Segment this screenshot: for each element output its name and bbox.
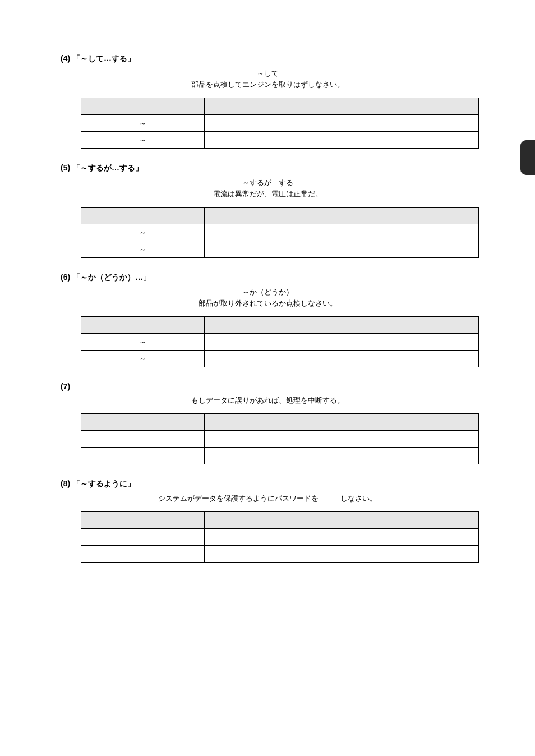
table-cell: ～ <box>81 132 205 149</box>
table-header-cell <box>81 512 205 529</box>
table-cell <box>81 546 205 563</box>
table-header-row <box>81 98 479 115</box>
table-row: ～ <box>81 241 479 258</box>
table-row: ～ <box>81 132 479 149</box>
table-cell <box>205 529 479 546</box>
table-header-cell <box>205 208 479 224</box>
section-7: (7) もしデータに誤りがあれば、処理を中断する。 <box>50 382 485 464</box>
section-heading: 「～して…する」 <box>72 54 135 63</box>
table-row <box>81 529 479 546</box>
table-cell <box>205 132 479 149</box>
table-row: ～ <box>81 115 479 132</box>
table-header-row <box>81 208 479 224</box>
section-8: (8) 「～するように」 システムがデータを保護するようにパスワードを しなさい… <box>50 479 485 563</box>
side-tab <box>520 140 535 175</box>
table-row <box>81 431 479 448</box>
section-title: (6) 「～か（どうか）…」 <box>61 273 485 283</box>
keyword-line: ～か（どうか） <box>50 287 485 297</box>
table-cell: ～ <box>81 334 205 351</box>
table-row <box>81 448 479 464</box>
example-sentence: システムがデータを保護するようにパスワードを しなさい。 <box>50 494 485 504</box>
example-sentence: もしデータに誤りがあれば、処理を中断する。 <box>50 395 485 405</box>
table-row: ～ <box>81 334 479 351</box>
table-cell <box>205 431 479 448</box>
section-title: (4) 「～して…する」 <box>61 54 485 64</box>
grammar-table: ～ ～ <box>81 98 479 149</box>
section-num: (6) <box>61 273 70 282</box>
table-cell <box>81 448 205 464</box>
table-header-cell <box>81 414 205 431</box>
table-cell <box>205 241 479 258</box>
table-header-row <box>81 414 479 431</box>
keyword-line: ～するが する <box>50 178 485 188</box>
section-6: (6) 「～か（どうか）…」 ～か（どうか） 部品が取り外されているか点検しなさ… <box>50 273 485 367</box>
section-num: (8) <box>61 479 70 488</box>
table-header-cell <box>81 317 205 334</box>
section-title: (8) 「～するように」 <box>61 479 485 489</box>
table-row: ～ <box>81 224 479 241</box>
table-cell <box>205 334 479 351</box>
keyword-line: ～して <box>50 68 485 79</box>
table-header-cell <box>205 98 479 115</box>
grammar-table <box>81 511 479 563</box>
table-cell: ～ <box>81 224 205 241</box>
section-num: (5) <box>61 163 70 172</box>
table-header-cell <box>205 317 479 334</box>
table-header-row <box>81 512 479 529</box>
example-sentence: 部品が取り外されているか点検しなさい。 <box>50 298 485 308</box>
example-sentence: 電流は異常だが、電圧は正常だ。 <box>50 189 485 199</box>
section-title: (5) 「～するが…する」 <box>61 163 485 173</box>
table-cell <box>81 431 205 448</box>
grammar-table: ～ ～ <box>81 207 479 258</box>
table-row: ～ <box>81 351 479 367</box>
table-cell <box>205 448 479 464</box>
section-title: (7) <box>61 382 485 391</box>
section-heading: 「～するように」 <box>72 479 135 488</box>
table-header-cell <box>205 414 479 431</box>
section-heading: 「～するが…する」 <box>72 163 143 172</box>
section-num: (7) <box>61 382 70 391</box>
page-content: (4) 「～して…する」 ～して 部品を点検してエンジンを取りはずしなさい。 ～… <box>0 0 535 600</box>
table-cell <box>205 546 479 563</box>
table-cell: ～ <box>81 241 205 258</box>
table-header-cell <box>205 512 479 529</box>
grammar-table <box>81 413 479 464</box>
table-header-row <box>81 317 479 334</box>
table-cell <box>81 529 205 546</box>
section-5: (5) 「～するが…する」 ～するが する 電流は異常だが、電圧は正常だ。 ～ … <box>50 163 485 258</box>
table-row <box>81 546 479 563</box>
section-num: (4) <box>61 54 70 63</box>
section-4: (4) 「～して…する」 ～して 部品を点検してエンジンを取りはずしなさい。 ～… <box>50 54 485 149</box>
example-sentence: 部品を点検してエンジンを取りはずしなさい。 <box>50 80 485 90</box>
table-cell: ～ <box>81 115 205 132</box>
table-header-cell <box>81 208 205 224</box>
table-cell <box>205 351 479 367</box>
table-cell <box>205 115 479 132</box>
grammar-table: ～ ～ <box>81 316 479 367</box>
table-cell <box>205 224 479 241</box>
table-header-cell <box>81 98 205 115</box>
section-heading: 「～か（どうか）…」 <box>72 273 151 282</box>
table-cell: ～ <box>81 351 205 367</box>
